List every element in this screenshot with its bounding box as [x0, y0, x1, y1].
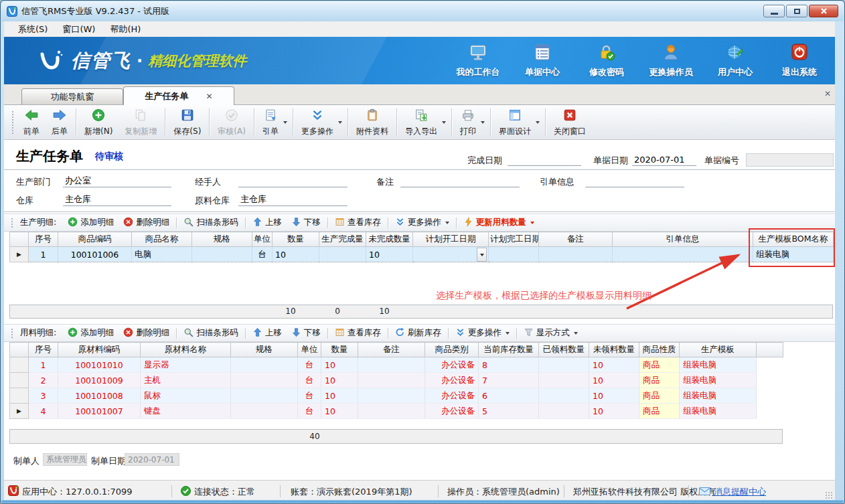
mat-cell[interactable]: ▶ [10, 404, 29, 419]
mat-cell[interactable] [539, 404, 589, 419]
bill-no-input[interactable] [746, 153, 834, 167]
date-dropdown-button[interactable] [477, 248, 487, 262]
mat-cell[interactable] [757, 357, 783, 373]
mat-column-header[interactable]: 已领料数量 [539, 343, 589, 357]
prod-column-header[interactable]: 未完成数量 [366, 232, 413, 247]
mat-cell[interactable] [231, 373, 298, 388]
mat-cell[interactable] [358, 404, 425, 419]
prod-column-header[interactable]: 规格 [192, 232, 252, 247]
mat-cell[interactable]: 7 [479, 373, 539, 388]
prod-cell[interactable]: ▶ [10, 247, 29, 262]
mat-cell[interactable]: 办公设备 [425, 404, 479, 419]
mat-cell[interactable]: 100101008 [58, 388, 141, 404]
mat-cell[interactable] [358, 357, 425, 373]
dropdown-caret-icon[interactable] [530, 222, 534, 224]
mat-column-header[interactable]: 商品类别 [425, 343, 479, 357]
mat-cell[interactable]: 100101007 [58, 404, 141, 419]
close-button[interactable] [809, 5, 838, 17]
mat-cell[interactable]: 鼠标 [141, 388, 231, 404]
mat-column-header[interactable] [10, 343, 29, 357]
mat-cell[interactable]: 组装电脑 [680, 388, 757, 404]
handler-input[interactable] [238, 175, 348, 187]
mat-cell[interactable]: 组装电脑 [680, 373, 757, 388]
mat-cell[interactable]: 台 [298, 357, 321, 373]
mat-cell[interactable]: 2 [29, 373, 58, 388]
move-up-button[interactable]: 上移 [248, 326, 287, 341]
more-actions-button[interactable]: 更多操作 [390, 216, 454, 230]
mat-cell[interactable]: 4 [29, 404, 58, 419]
mat-cell[interactable]: 10 [589, 373, 639, 388]
tab-close-icon[interactable]: ✕ [206, 92, 212, 101]
change-password-button[interactable]: 修改密码 [583, 43, 630, 78]
prod-cell[interactable] [613, 247, 753, 262]
menu-window[interactable]: 窗口(W) [55, 21, 102, 37]
mat-cell[interactable] [231, 357, 298, 373]
mat-column-header[interactable]: 原材料编码 [58, 343, 141, 357]
workbench-button[interactable]: 我的工作台 [455, 43, 502, 78]
mat-cell[interactable] [231, 388, 298, 404]
mat-cell[interactable]: 台 [298, 404, 321, 419]
toolbar-grip[interactable] [11, 110, 14, 134]
print-button[interactable]: 打印 [454, 106, 482, 139]
prod-column-header[interactable]: 商品编码 [58, 232, 132, 247]
mat-cell[interactable] [10, 357, 29, 373]
update-material-qty-button[interactable]: 更新用料数量 [459, 216, 539, 230]
mat-column-header[interactable]: 生产模板 [680, 343, 757, 357]
mat-column-header[interactable]: 单位 [298, 343, 321, 357]
menu-system[interactable]: 系统(S) [11, 21, 55, 37]
mat-cell[interactable]: 100101009 [58, 373, 141, 388]
mat-cell[interactable]: 主机 [141, 373, 231, 388]
table-row[interactable]: 1100101010显示器台10办公设备810商品组装电脑 [10, 357, 783, 373]
table-row[interactable]: 2100101009主机台10办公设备710商品组装电脑 [10, 373, 783, 388]
dropdown-caret-icon[interactable] [481, 121, 485, 124]
mat-cell[interactable]: 商品 [639, 388, 680, 404]
dropdown-caret-icon[interactable] [574, 332, 578, 335]
tabstrip-close-icon[interactable]: ✕ [824, 89, 831, 98]
prod-cell[interactable]: 电脑 [132, 247, 192, 262]
dept-input[interactable] [63, 175, 171, 187]
mat-cell[interactable]: 商品 [639, 373, 680, 388]
more-actions-button[interactable]: 更多操作 [451, 326, 514, 341]
material-warehouse-input[interactable] [238, 193, 348, 206]
mat-cell[interactable]: 5 [479, 404, 539, 419]
mat-column-header[interactable]: 备注 [358, 343, 425, 357]
mat-cell[interactable] [539, 388, 589, 404]
view-stock-button[interactable]: 查看库存 [330, 326, 386, 341]
mat-cell[interactable]: 显示器 [141, 357, 231, 373]
prod-column-header[interactable]: 生产完成量 [319, 232, 366, 247]
audit-button[interactable]: 审核(A) [212, 106, 252, 139]
section-grip[interactable] [11, 328, 13, 338]
mat-cell[interactable]: 商品 [639, 357, 680, 373]
mat-cell[interactable] [231, 404, 298, 419]
prod-cell[interactable] [192, 247, 252, 262]
title-bar[interactable]: 信管飞RMS专业版 V9.2.437 - 试用版 [1, 1, 844, 21]
mat-column-header[interactable]: 商品性质 [639, 343, 680, 357]
move-down-button[interactable]: 下移 [287, 326, 325, 341]
prod-column-header[interactable]: 数量 [273, 232, 319, 247]
mat-cell[interactable]: 办公设备 [425, 373, 479, 388]
mat-cell[interactable] [358, 388, 425, 404]
mat-cell[interactable] [358, 373, 425, 388]
dropdown-caret-icon[interactable] [506, 332, 510, 335]
mat-cell[interactable] [757, 404, 783, 419]
move-down-button[interactable]: 下移 [287, 216, 325, 230]
menu-help[interactable]: 帮助(H) [102, 21, 148, 37]
warehouse-input[interactable] [63, 193, 171, 206]
view-stock-button[interactable]: 查看库存 [330, 216, 386, 230]
close-window-button[interactable]: 关闭窗口 [548, 106, 592, 139]
more-actions-button[interactable]: 更多操作 [295, 106, 339, 139]
mat-cell[interactable] [757, 373, 783, 388]
prod-column-header[interactable]: 商品名称 [132, 232, 192, 247]
prod-column-header[interactable]: 计划完工日期 [489, 232, 539, 247]
next-doc-button[interactable]: 后单 [46, 106, 74, 139]
prod-cell[interactable]: 台 [252, 247, 273, 262]
add-new-button[interactable]: 新增(N) [78, 106, 119, 139]
table-row[interactable]: ▶4100101007键盘台10办公设备510商品组装电脑 [10, 404, 783, 419]
move-up-button[interactable]: 上移 [248, 216, 287, 230]
prod-column-header[interactable]: 引单信息 [613, 232, 753, 247]
remark-input[interactable] [400, 175, 520, 187]
scan-barcode-button[interactable]: 扫描条形码 [179, 326, 243, 341]
ui-design-button[interactable]: 界面设计 [493, 106, 537, 139]
prod-column-header[interactable]: 备注 [539, 232, 613, 247]
restore-button[interactable] [786, 5, 808, 17]
